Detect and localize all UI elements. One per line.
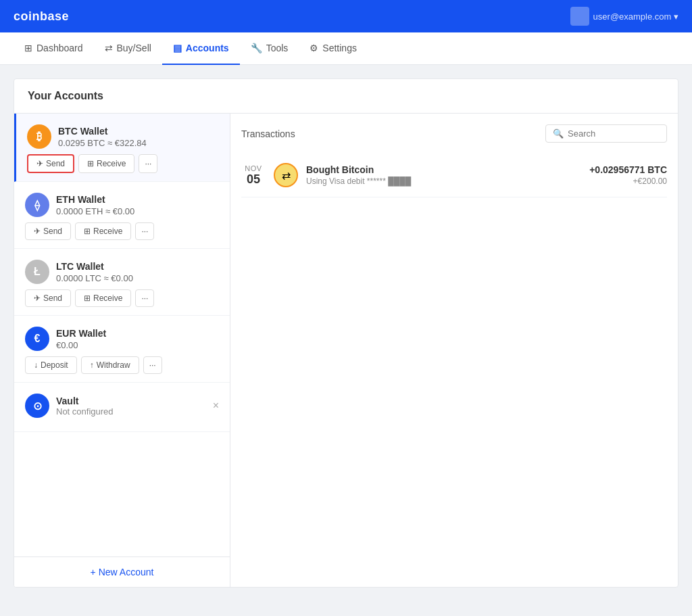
nav-item-dashboard[interactable]: ⊞ Dashboard (14, 32, 94, 65)
account-item-ltc[interactable]: Ł LTC Wallet 0.0000 LTC ≈ €0.00 ✈ Send (14, 249, 230, 316)
nav-item-tools[interactable]: 🔧 Tools (240, 32, 299, 65)
main-content: Your Accounts ₿ BTC Wallet 0.0295 BTC ≈ … (0, 65, 692, 601)
eur-withdraw-label: Withdraw (97, 360, 130, 370)
eur-deposit-label: Deposit (41, 360, 68, 370)
ltc-send-icon: ✈ (34, 293, 41, 303)
account-item-eth[interactable]: ⟠ ETH Wallet 0.0000 ETH ≈ €0.00 ✈ Send (14, 182, 230, 249)
eth-actions: ✈ Send ⊞ Receive ··· (25, 222, 219, 240)
account-item-vault[interactable]: ⊙ Vault Not configured × (14, 383, 230, 432)
ltc-send-label: Send (43, 293, 62, 303)
nav-settings-label: Settings (322, 43, 357, 53)
btc-name: BTC Wallet (58, 126, 219, 137)
btc-actions: ✈ Send ⊞ Receive ··· (27, 154, 219, 173)
eur-more-button[interactable]: ··· (143, 356, 162, 374)
page-card: Your Accounts ₿ BTC Wallet 0.0295 BTC ≈ … (14, 78, 678, 588)
btc-balance: 0.0295 BTC ≈ €322.84 (58, 138, 219, 148)
tx-crypto-amount: +0.02956771 BTC (589, 164, 667, 175)
tx-details: Bought Bitcoin Using Visa debit ****** █… (306, 164, 581, 186)
app-logo: coinbase (14, 9, 69, 24)
nav-buysell-label: Buy/Sell (117, 43, 151, 53)
vault-status: Not configured (56, 406, 206, 417)
receive-icon: ⊞ (87, 159, 94, 168)
ltc-info: LTC Wallet 0.0000 LTC ≈ €0.00 (56, 261, 219, 283)
account-item-btc[interactable]: ₿ BTC Wallet 0.0295 BTC ≈ €322.84 ✈ Send (14, 114, 230, 182)
btc-receive-button[interactable]: ⊞ Receive (78, 154, 134, 173)
accounts-icon: ▤ (173, 43, 182, 53)
btc-receive-label: Receive (97, 159, 126, 168)
buysell-icon: ⇄ (105, 43, 113, 53)
account-item-eur[interactable]: € EUR Wallet €0.00 ↓ Deposit (14, 316, 230, 383)
withdraw-icon: ↑ (90, 360, 94, 370)
tx-date: NOV 05 (241, 164, 266, 187)
ltc-more-button[interactable]: ··· (135, 289, 154, 307)
tx-amount: +0.02956771 BTC +€200.00 (589, 164, 667, 186)
eur-deposit-button[interactable]: ↓ Deposit (25, 356, 77, 374)
dashboard-icon: ⊞ (24, 43, 32, 53)
vault-header: ⊙ Vault Not configured × (25, 394, 219, 418)
page-header: Your Accounts (14, 79, 678, 114)
nav-tools-label: Tools (266, 43, 289, 53)
eth-icon: ⟠ (25, 193, 49, 217)
eth-send-label: Send (43, 227, 62, 236)
ltc-receive-button[interactable]: ⊞ Receive (75, 289, 131, 307)
search-box[interactable]: 🔍 (545, 124, 667, 143)
ltc-icon: Ł (25, 260, 49, 284)
eur-icon: € (25, 327, 49, 351)
accounts-list-inner: ₿ BTC Wallet 0.0295 BTC ≈ €322.84 ✈ Send (14, 114, 230, 556)
eth-receive-label: Receive (93, 227, 122, 236)
vault-info: Vault Not configured (56, 396, 206, 417)
transaction-item: NOV 05 ⇄ Bought Bitcoin Using Visa debit… (241, 153, 667, 197)
vault-icon: ⊙ (25, 394, 49, 418)
ltc-actions: ✈ Send ⊞ Receive ··· (25, 289, 219, 307)
ltc-name: LTC Wallet (56, 261, 219, 272)
topbar: coinbase user@example.com ▾ (0, 0, 692, 32)
nav-dashboard-label: Dashboard (36, 43, 83, 53)
btc-send-label: Send (46, 159, 65, 168)
search-input[interactable] (568, 128, 660, 139)
ltc-receive-icon: ⊞ (84, 293, 91, 303)
eur-balance: €0.00 (56, 340, 219, 350)
user-menu[interactable]: user@example.com ▾ (570, 7, 678, 26)
vault-close-button[interactable]: × (213, 400, 219, 412)
accounts-layout: ₿ BTC Wallet 0.0295 BTC ≈ €322.84 ✈ Send (14, 114, 678, 587)
btc-more-button[interactable]: ··· (139, 154, 157, 173)
eth-send-button[interactable]: ✈ Send (25, 222, 71, 240)
send-icon: ✈ (36, 159, 43, 168)
btc-header: ₿ BTC Wallet 0.0295 BTC ≈ €322.84 (27, 124, 219, 149)
tx-subtitle: Using Visa debit ****** ████ (306, 176, 581, 186)
eur-header: € EUR Wallet €0.00 (25, 327, 219, 351)
nav-accounts-label: Accounts (186, 43, 229, 53)
btc-icon: ₿ (27, 124, 51, 149)
new-account-button[interactable]: + New Account (14, 556, 230, 587)
nav-item-settings[interactable]: ⚙ Settings (299, 32, 368, 65)
nav-item-buysell[interactable]: ⇄ Buy/Sell (94, 32, 162, 65)
tx-title: Bought Bitcoin (306, 164, 581, 175)
ltc-send-button[interactable]: ✈ Send (25, 289, 71, 307)
tx-icon: ⇄ (274, 163, 298, 187)
btc-info: BTC Wallet 0.0295 BTC ≈ €322.84 (58, 126, 219, 148)
eth-receive-button[interactable]: ⊞ Receive (75, 222, 131, 240)
transactions-title: Transactions (241, 128, 295, 139)
eth-more-button[interactable]: ··· (135, 222, 154, 240)
eth-receive-icon: ⊞ (84, 227, 91, 236)
vault-name: Vault (56, 396, 206, 406)
eur-info: EUR Wallet €0.00 (56, 328, 219, 350)
eur-withdraw-button[interactable]: ↑ Withdraw (81, 356, 139, 374)
nav-item-accounts[interactable]: ▤ Accounts (162, 32, 240, 65)
btc-send-button[interactable]: ✈ Send (27, 154, 74, 173)
tx-month: NOV (241, 164, 266, 172)
deposit-icon: ↓ (34, 360, 38, 370)
eth-send-icon: ✈ (34, 227, 41, 236)
nav-menu: ⊞ Dashboard ⇄ Buy/Sell ▤ Accounts 🔧 Tool… (0, 32, 692, 65)
transactions-panel: Transactions 🔍 NOV 05 ⇄ Bought Bitcoin (230, 114, 678, 587)
eur-name: EUR Wallet (56, 328, 219, 339)
page-title: Your Accounts (28, 90, 664, 102)
ltc-receive-label: Receive (93, 293, 122, 303)
ltc-balance: 0.0000 LTC ≈ €0.00 (56, 273, 219, 283)
tx-fiat-amount: +€200.00 (589, 176, 667, 186)
settings-icon: ⚙ (310, 43, 318, 53)
search-icon: 🔍 (553, 128, 564, 139)
eur-actions: ↓ Deposit ↑ Withdraw ··· (25, 356, 219, 374)
ltc-header: Ł LTC Wallet 0.0000 LTC ≈ €0.00 (25, 260, 219, 284)
transactions-header: Transactions 🔍 (241, 124, 667, 143)
